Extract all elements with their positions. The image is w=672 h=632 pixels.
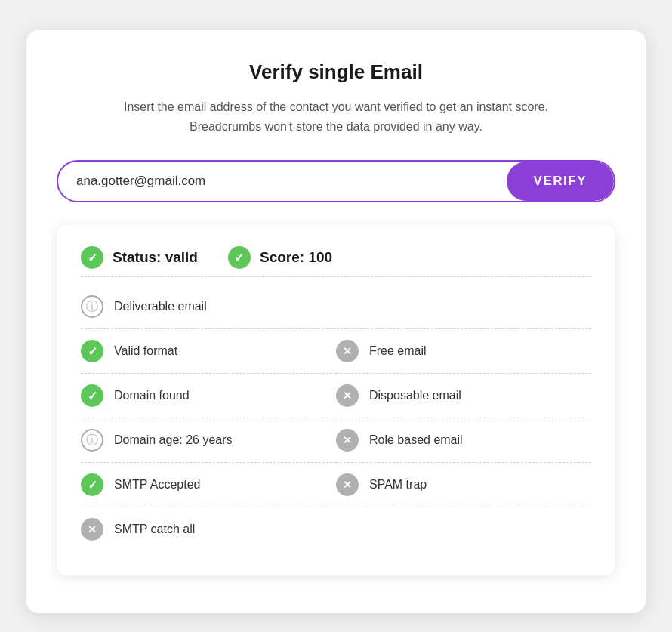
status-label: Status: valid [113,249,198,266]
deliverable-row: Deliverable email [81,285,591,329]
page-subtitle: Insert the email address of the contact … [102,97,570,136]
deliverable-text: Deliverable email [114,300,207,313]
smtp-accepted-text: SMTP Accepted [114,478,200,492]
score-item: Score: 100 [228,246,332,269]
domain-found-text: Domain found [114,389,190,402]
domain-age-text: Domain age: 26 years [114,433,233,447]
page-title: Verify single Email [57,60,615,84]
status-divider [81,276,591,277]
spam-trap-row: SPAM trap [336,463,591,507]
role-based-icon [336,429,359,452]
email-input-row: VERIFY [57,160,615,202]
free-email-text: Free email [369,344,427,358]
email-input[interactable] [58,162,507,201]
disposable-email-row: Disposable email [336,374,591,418]
verify-button[interactable]: VERIFY [507,162,614,201]
role-based-text: Role based email [369,433,463,447]
valid-format-text: Valid format [114,344,177,358]
status-valid-icon [81,246,103,269]
deliverable-info-icon [81,295,103,318]
status-row: Status: valid Score: 100 [81,246,591,269]
free-email-icon [336,340,359,362]
smtp-accepted-row: SMTP Accepted [81,463,336,507]
valid-format-icon [81,340,103,362]
status-item: Status: valid [81,246,198,269]
disposable-email-text: Disposable email [369,389,461,402]
smtp-catchall-text: SMTP catch all [114,523,195,536]
score-valid-icon [228,246,251,269]
disposable-email-icon [336,384,359,407]
role-based-row: Role based email [336,418,591,463]
smtp-accepted-icon [81,473,103,496]
smtp-catchall-row: SMTP catch all [81,507,591,551]
score-label: Score: 100 [260,249,332,266]
spam-trap-text: SPAM trap [369,478,427,492]
main-container: Verify single Email Insert the email add… [26,30,646,613]
domain-age-row: Domain age: 26 years [81,418,336,463]
spam-trap-icon [336,473,359,496]
results-grid: Valid format Free email Domain found Dis… [81,329,591,551]
results-card: Status: valid Score: 100 Deliverable ema… [57,225,615,575]
free-email-row: Free email [336,329,591,374]
domain-found-icon [81,384,103,407]
smtp-catchall-icon [81,518,103,541]
domain-found-row: Domain found [81,374,336,418]
valid-format-row: Valid format [81,329,336,374]
domain-age-icon [81,429,103,452]
